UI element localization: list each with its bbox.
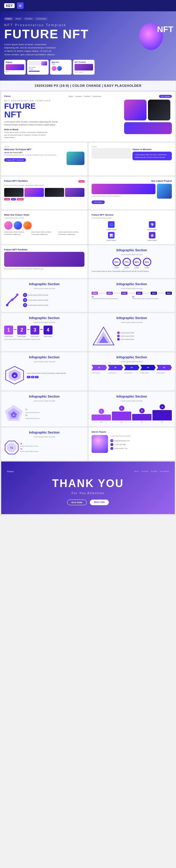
triangle-infographic-svg bbox=[92, 326, 116, 346]
arrow-4: 04 bbox=[140, 365, 155, 370]
facilities-badge: Future bbox=[78, 180, 84, 183]
nav-link-contacts[interactable]: Contacts bbox=[75, 95, 82, 97]
team-member-1 bbox=[4, 221, 12, 229]
infographic-slide-4: Infographic Section Lorem ipsum dolor si… bbox=[1, 313, 87, 351]
step-item-1: 1 Lorem ipsum dolor sit amet bbox=[23, 293, 84, 297]
hexagon-infographic-svg: ◈ bbox=[4, 365, 25, 386]
hero-desc: Lorem ipsum dolor sit amet, consectetur … bbox=[4, 43, 58, 56]
team-circles bbox=[4, 221, 84, 229]
team-slide: Meet Our Future Team Lorem ipsum dolor s… bbox=[1, 211, 87, 244]
arrow-5: 05 bbox=[157, 365, 172, 370]
thankyou-nav-about[interactable]: About bbox=[134, 470, 139, 472]
end-slide-btn[interactable]: End Slide bbox=[67, 500, 87, 505]
main-slide-cta-label: Hello to World bbox=[4, 128, 121, 130]
welcome-slide: Future Welcome To Future NFT About the F… bbox=[1, 143, 87, 176]
facility-img-2 bbox=[24, 188, 44, 197]
thankyou-nav-community[interactable]: Get Started bbox=[159, 470, 169, 472]
key-icon: ⊞ bbox=[17, 2, 24, 9]
infographic-slide-1: Infographic Section Lorem ipsum dolor si… bbox=[89, 245, 175, 278]
main-slide-desc: Lorem ipsum dolor sit amet, consectetur … bbox=[4, 120, 58, 126]
infographic-slide-8: Infographic Section Lorem ipsum dolor si… bbox=[1, 392, 87, 426]
facilities-images-row bbox=[4, 188, 84, 197]
portfolio-main-image bbox=[4, 252, 84, 267]
thankyou-title: THANK YOU bbox=[52, 477, 124, 490]
octagon-svg: T1 bbox=[4, 440, 19, 455]
hero-title: FUTURE NFT bbox=[4, 28, 127, 40]
svg-point-1 bbox=[11, 299, 14, 301]
nav-get-started-btn[interactable]: Get Started bbox=[159, 95, 172, 98]
hero-nft-text: NFT bbox=[157, 25, 173, 34]
vision-box: Lorem ipsum dolor sit amet, consectetur … bbox=[132, 152, 172, 160]
contact-email-icon: ✉ bbox=[110, 439, 114, 442]
thankyou-buttons: End Slide More Info bbox=[67, 500, 109, 505]
svg-point-0 bbox=[6, 304, 8, 306]
more-info-btn[interactable]: More Info bbox=[90, 500, 109, 505]
slide-nav-links: About Contacts Portfolio Community bbox=[69, 95, 101, 97]
header-bar: KEY ⊞ bbox=[0, 0, 176, 11]
thankyou-subtitle: For You Attention bbox=[72, 492, 104, 495]
step-item-2: 2 Lorem ipsum dolor sit amet bbox=[23, 298, 84, 302]
facility-img-3 bbox=[45, 188, 64, 197]
slide-nav: Future About Contacts Portfolio Communit… bbox=[4, 95, 172, 98]
infographic-slide-10: Infographic Section Lorem ipsum dolor si… bbox=[1, 428, 87, 460]
pentagon-infographic-svg: ▲ bbox=[4, 404, 24, 424]
contact-slide: Get In Touch Lorem ipsum dolor sit amet … bbox=[89, 428, 175, 460]
latest-project-slide: Our Latest Project Lorem ipsum dolor sit… bbox=[89, 177, 175, 209]
percent-2: 77% bbox=[123, 258, 131, 266]
infographic-slide-6: Infographic Section Lorem ipsum dolor si… bbox=[1, 352, 87, 391]
s-curve-svg bbox=[4, 292, 21, 308]
main-slide-nft: NFT bbox=[4, 110, 121, 119]
banner-bar: 1920X1080 PX (16:9) | COLOR CHANGE | EAS… bbox=[0, 81, 176, 91]
service-slide: Future NFT Service Lorem ipsum dolor sit… bbox=[89, 211, 175, 244]
slides-grid: Future About Contacts Portfolio Communit… bbox=[0, 91, 176, 515]
contact-location-icon: 📍 bbox=[110, 447, 114, 450]
main-slide-cta-body: Lorem ipsum dolor sit amet, consectetur … bbox=[4, 131, 49, 138]
team-member-3 bbox=[23, 221, 32, 229]
infographic-slide-7: Infographic Section Lorem ipsum dolor si… bbox=[89, 352, 175, 391]
percent-3: 80% bbox=[133, 258, 141, 266]
arrows-row: 01 02 03 04 05 bbox=[92, 365, 172, 370]
thankyou-nav-contacts[interactable]: Contacts bbox=[142, 470, 149, 472]
percent-circles-row: 54% Lorem 77% Lorem 80% Lorem 93% Lorem bbox=[92, 258, 172, 269]
facility-img-4 bbox=[65, 188, 84, 197]
hero-section: Future About Portfolio Community NFT Pre… bbox=[0, 11, 176, 81]
arrow-1: 01 bbox=[92, 365, 107, 370]
svg-text:◈: ◈ bbox=[14, 374, 16, 377]
facility-img-1 bbox=[4, 188, 24, 197]
thankyou-slide: Future About Contacts Portfolio Get Star… bbox=[1, 462, 175, 514]
thankyou-nav-portfolio[interactable]: Portfolio bbox=[151, 470, 157, 472]
nav-link-community[interactable]: Community bbox=[92, 95, 101, 97]
svg-point-2 bbox=[16, 293, 19, 296]
contact-avatar bbox=[92, 435, 108, 453]
svg-text:T1: T1 bbox=[10, 446, 14, 449]
nav-link-portfolio[interactable]: Portfolio bbox=[84, 95, 91, 97]
service-icon-diamond: 💎 bbox=[149, 221, 155, 228]
arrow-2: 02 bbox=[108, 365, 123, 370]
service-icon-chart: 📊 bbox=[108, 232, 115, 239]
arrow-3: 03 bbox=[124, 365, 139, 370]
welcome-overview-btn[interactable]: Future NFT Overview bbox=[4, 158, 26, 162]
percent-1: 54% bbox=[112, 258, 121, 266]
infographic-slide-2: Infographic Section Lorem ipsum dolor si… bbox=[1, 279, 87, 312]
portfolio-slide: Future NFT Portfolio Lorem ipsum dolor s… bbox=[1, 245, 87, 278]
nav-link-about[interactable]: About bbox=[69, 95, 73, 97]
contact-phone-icon: 📞 bbox=[110, 443, 114, 446]
percent-4: 93% bbox=[143, 258, 151, 266]
thankyou-footer-logo: Future bbox=[7, 470, 14, 472]
infographic-slide-5: Infographic Section Lorem ipsum dolor si… bbox=[89, 313, 175, 351]
hero-subtitle: NFT Presentation Template bbox=[4, 23, 127, 27]
facilities-slide: Future NFT Facilities Future Lorem ipsum… bbox=[1, 177, 87, 209]
infographic-slide-9: Infographic Section Lorem ipsum dolor si… bbox=[89, 392, 175, 426]
svg-text:▲: ▲ bbox=[12, 414, 15, 416]
key-badge: KEY bbox=[4, 3, 15, 8]
main-hero-slide: Future About Contacts Portfolio Communit… bbox=[1, 92, 175, 142]
infographic-slide-3: Infographic Section Lorem ipsum dolor si… bbox=[89, 279, 175, 312]
service-icon-globe: 🌐 bbox=[108, 221, 115, 228]
main-slide-title: FUTURE bbox=[4, 102, 121, 110]
step-item-3: 3 Lorem ipsum dolor sit amet bbox=[23, 303, 84, 307]
slide-nav-logo: Future bbox=[4, 95, 11, 97]
service-icon-star: ⭐ bbox=[149, 232, 155, 239]
main-slide-subtitle-label: NFT PRESENTATION TEMPLATE bbox=[4, 100, 121, 102]
vision-slide: Future Vision & Mission Lorem ipsum dolo… bbox=[89, 143, 175, 176]
page-wrapper: KEY ⊞ Future About Portfolio Community N… bbox=[0, 0, 176, 515]
